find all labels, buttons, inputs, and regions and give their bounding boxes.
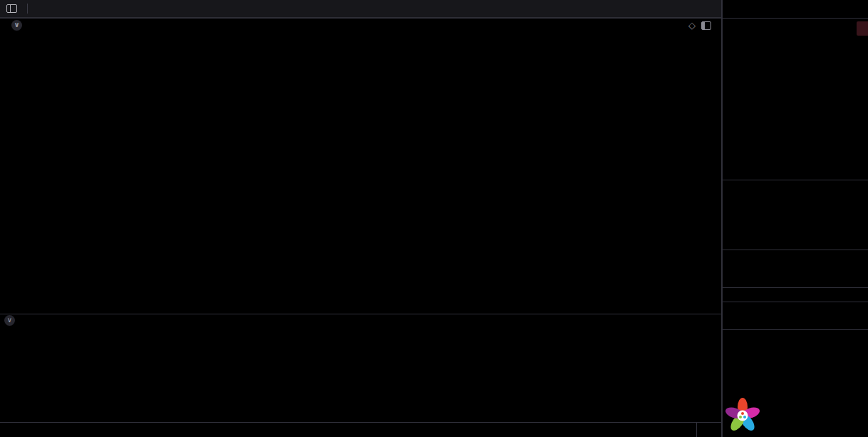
order-ratio-bar — [723, 108, 868, 109]
chart-header: ∨ ◇ — [0, 19, 721, 32]
divider — [721, 0, 723, 437]
indicator-chevron-icon[interactable]: ∨ — [4, 315, 15, 326]
x-axis — [0, 423, 721, 437]
panel-toggle-icon[interactable] — [701, 21, 711, 30]
indicator-header: ∨ — [0, 314, 721, 326]
flower-logo-icon — [724, 396, 761, 433]
divider — [27, 4, 28, 14]
clipped-widget — [857, 21, 868, 36]
toolbar — [0, 0, 721, 18]
quote-panel — [723, 0, 868, 437]
candlestick-chart-canvas[interactable] — [0, 18, 721, 437]
chevron-down-icon[interactable]: ∨ — [11, 20, 22, 31]
site-logo[interactable] — [723, 393, 868, 437]
window-split-icon[interactable] — [6, 4, 17, 13]
diamond-icon[interactable]: ◇ — [688, 20, 696, 31]
